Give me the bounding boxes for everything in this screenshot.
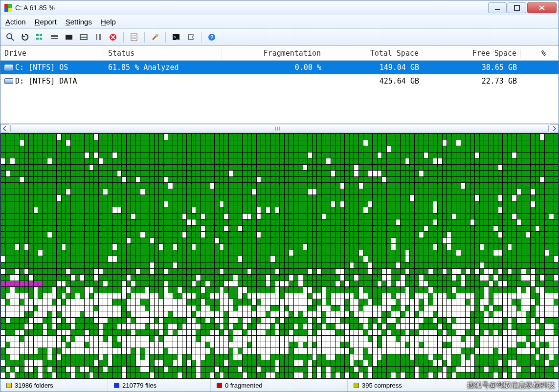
analyze-button[interactable] — [4, 31, 16, 43]
defrag-button[interactable] — [34, 31, 45, 43]
col-pct[interactable]: % — [521, 49, 550, 58]
status-files: 210779 files — [108, 379, 211, 392]
drive-row[interactable]: C: [NTFS] OS61.85 % Analyzed0.00 %149.04… — [0, 61, 559, 74]
menu-action[interactable]: Action — [5, 18, 26, 26]
drive-total: 149.04 GB — [325, 63, 423, 72]
menu-help[interactable]: Help — [101, 18, 116, 26]
drive-list-header: Drive Status Fragmentation Total Space F… — [0, 46, 559, 61]
svg-point-20 — [156, 34, 158, 37]
drive-list: Drive Status Fragmentation Total Space F… — [0, 45, 559, 133]
col-total[interactable]: Total Space — [325, 49, 423, 58]
scroll-left-button[interactable] — [0, 124, 9, 133]
status-compressed: 395 compress — [348, 379, 559, 392]
svg-rect-5 — [40, 34, 42, 36]
svg-rect-13 — [96, 34, 97, 40]
svg-text:?: ? — [210, 34, 214, 40]
cluster-map — [0, 133, 559, 379]
status-folders-text: 31986 folders — [15, 382, 53, 389]
drive-fragmentation: 0.00 % — [222, 63, 325, 72]
status-fragmented: 0 fragmented — [211, 379, 348, 392]
minimize-button[interactable] — [488, 2, 507, 13]
svg-rect-10 — [66, 35, 72, 40]
drive-total: 425.64 GB — [325, 77, 423, 86]
drive-name: D: [NTFS] DATA — [15, 77, 77, 86]
svg-rect-7 — [40, 38, 42, 40]
app-icon — [4, 4, 12, 12]
fragmented-legend-icon — [217, 383, 222, 388]
title-bar: C: A 61.85 % — [0, 0, 559, 15]
status-fragmented-text: 0 fragmented — [225, 382, 263, 389]
drive-icon — [4, 65, 13, 70]
scroll-track[interactable] — [9, 124, 550, 133]
full-defrag-button[interactable] — [63, 31, 75, 43]
status-files-text: 210779 files — [122, 382, 157, 389]
scroll-thumb[interactable] — [10, 125, 549, 132]
console-button[interactable]: >_ — [170, 31, 182, 43]
script-button[interactable] — [185, 31, 197, 43]
settings-button[interactable] — [149, 31, 161, 43]
drive-free: 22.73 GB — [423, 77, 521, 86]
menu-settings[interactable]: Settings — [66, 18, 92, 26]
scroll-right-button[interactable] — [550, 124, 559, 133]
window-controls — [488, 2, 557, 13]
toolbar-separator — [123, 32, 124, 43]
svg-rect-8 — [51, 35, 58, 37]
status-bar: 31986 folders 210779 files 0 fragmented … — [0, 379, 559, 392]
optimize-button[interactable] — [78, 31, 89, 43]
stop-button[interactable] — [107, 31, 119, 43]
toolbar-separator — [144, 32, 145, 43]
svg-line-3 — [11, 38, 14, 41]
svg-point-2 — [7, 34, 12, 39]
svg-rect-9 — [51, 38, 58, 39]
folders-legend-icon — [6, 383, 12, 388]
svg-rect-1 — [514, 5, 519, 10]
col-free[interactable]: Free Space — [423, 49, 521, 58]
status-compressed-text: 395 compress — [362, 382, 402, 389]
report-button[interactable] — [128, 31, 140, 43]
drive-list-empty-area — [0, 88, 559, 123]
app-window: C: A 61.85 % Action Report Settings Help — [0, 0, 559, 392]
svg-text:>_: >_ — [174, 35, 179, 40]
compressed-legend-icon — [354, 383, 359, 388]
status-folders: 31986 folders — [0, 379, 108, 392]
pause-button[interactable] — [92, 31, 104, 43]
menu-report[interactable]: Report — [35, 18, 57, 26]
col-drive[interactable]: Drive — [0, 49, 104, 58]
drive-row[interactable]: D: [NTFS] DATA425.64 GB22.73 GB — [0, 74, 559, 88]
menu-bar: Action Report Settings Help — [0, 15, 559, 29]
toolbar: >_ ? — [0, 29, 559, 45]
horizontal-scrollbar[interactable] — [0, 123, 559, 133]
help-button[interactable]: ? — [206, 31, 218, 43]
quick-defrag-button[interactable] — [48, 31, 60, 43]
drive-icon — [4, 78, 13, 84]
close-button[interactable] — [527, 2, 557, 13]
window-title: C: A 61.85 % — [15, 4, 488, 12]
toolbar-separator — [201, 32, 201, 43]
svg-rect-4 — [36, 34, 39, 36]
files-legend-icon — [114, 383, 119, 388]
refresh-button[interactable] — [19, 31, 31, 43]
svg-rect-0 — [495, 9, 500, 10]
svg-rect-6 — [36, 38, 39, 40]
col-status[interactable]: Status — [104, 49, 222, 58]
svg-rect-14 — [99, 34, 101, 40]
drive-status: 61.85 % Analyzed — [104, 63, 222, 72]
toolbar-separator — [165, 32, 166, 43]
drive-name: C: [NTFS] OS — [15, 63, 68, 72]
col-fragmentation[interactable]: Fragmentation — [222, 49, 325, 58]
maximize-button[interactable] — [508, 2, 526, 13]
drive-free: 38.65 GB — [423, 63, 521, 72]
